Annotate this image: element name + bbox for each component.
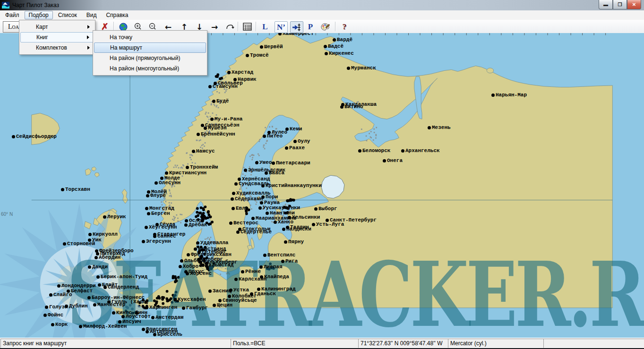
city-label: Усть-Луга — [312, 221, 344, 227]
minimize-button[interactable]: ▬ — [599, 0, 613, 9]
city-dot — [12, 135, 15, 138]
city-dot — [192, 150, 195, 153]
city-label: Данди — [88, 264, 108, 270]
palette-icon[interactable] — [319, 21, 332, 32]
city-label: Дублин — [65, 303, 88, 309]
city-label: Тромсё — [246, 52, 269, 58]
city-dot — [358, 149, 361, 153]
route-scale-icon[interactable] — [290, 21, 303, 33]
app-icon — [2, 2, 9, 9]
podbor-dropdown-menu: КартКнигКомплектов — [19, 20, 95, 55]
city-dot — [173, 298, 177, 301]
menubar-item-Вид[interactable]: Вид — [82, 11, 101, 19]
rotate-icon[interactable] — [223, 21, 236, 32]
latitude-label: 60° N — [1, 212, 13, 217]
status-panel-empty — [543, 339, 644, 348]
city-label: Вентспилс — [263, 252, 295, 258]
city-label: Гамбург — [182, 305, 208, 311]
help-icon[interactable]: ? — [338, 21, 351, 32]
city-label: Сторновей — [63, 241, 95, 247]
menubar-item-Список[interactable]: Список — [54, 11, 81, 19]
menu-item-На точку[interactable]: На точку — [94, 32, 206, 43]
city-dot — [260, 45, 263, 49]
city-label: Рённе — [241, 269, 261, 274]
toolbar-separator — [335, 22, 335, 31]
city-label: Кристийнанкаупунки — [261, 183, 322, 188]
city-label: Пори — [261, 194, 278, 200]
city-dot — [146, 194, 149, 197]
city-dot — [112, 311, 115, 315]
city-dot — [340, 105, 343, 109]
arrow-right-icon[interactable]: → — [208, 21, 221, 32]
close-button[interactable]: ✕ — [627, 0, 641, 9]
menu-item-На район (прямоугольный)[interactable]: На район (прямоугольный) — [94, 53, 206, 63]
maximize-button[interactable]: ❐ — [613, 0, 627, 9]
city-dot — [266, 212, 269, 215]
city-label: Вааса — [265, 170, 284, 176]
city-dot — [274, 221, 277, 224]
city-label: Намсус — [192, 148, 215, 154]
city-label: Корк — [51, 322, 68, 327]
city-dot — [145, 207, 148, 210]
chart-map[interactable]: 60° N SEATRACKER.RU ХаммерфестВардёШервё… — [0, 33, 644, 338]
menu-item-Комплектов[interactable]: Комплектов — [20, 43, 94, 53]
names-n-button[interactable]: N’ — [275, 21, 288, 33]
city-dot — [232, 192, 235, 195]
city-label: Дрёбак — [184, 222, 207, 228]
city-dot — [236, 230, 240, 234]
city-dot — [153, 235, 156, 238]
city-dot — [87, 296, 91, 299]
city-label: Сёдерхамн — [231, 196, 263, 202]
city-label: Мезень — [428, 125, 451, 130]
projection-p-button[interactable]: P — [304, 21, 317, 32]
status-bar: Запрос книг на маршрутПольз.=ВСЕ71°32'27… — [0, 338, 644, 349]
menubar-item-Файл[interactable]: Файл — [1, 11, 24, 19]
map-canvas — [0, 33, 644, 338]
city-dot — [333, 38, 336, 42]
city-label: Беломорск — [358, 148, 390, 153]
city-dot — [212, 100, 215, 103]
city-dot — [208, 289, 212, 293]
city-label: Онега — [383, 158, 403, 163]
grid-icon[interactable] — [241, 21, 253, 32]
city-dot — [208, 85, 212, 88]
city-dot — [238, 178, 241, 181]
kolguev-island — [487, 68, 493, 73]
city-dot — [259, 265, 263, 269]
menu-item-Карт[interactable]: Карт — [20, 22, 94, 32]
city-label: Пиетарсаари — [272, 160, 310, 166]
city-label: Голуэй — [45, 304, 68, 310]
city-dot — [218, 299, 222, 302]
city-dot — [93, 303, 96, 306]
city-label: Мурманск — [347, 65, 376, 71]
legend-l-button[interactable]: L — [259, 21, 271, 32]
city-dot — [227, 71, 231, 74]
city-label: Сандерленд — [103, 284, 139, 290]
city-label: Евле — [232, 205, 248, 211]
menubar-item-Справка[interactable]: Справка — [102, 11, 132, 19]
title-bar[interactable]: Чарт Пилот Заказ ▬ ❐ ✕ — [0, 0, 644, 10]
city-dot — [258, 206, 262, 210]
menu-item-На маршрут[interactable]: На маршрут — [94, 43, 206, 53]
city-label: Устка — [229, 287, 249, 293]
city-dot — [147, 212, 150, 215]
toolbar-separator — [113, 22, 114, 31]
menu-item-На район (многоугольный)[interactable]: На район (многоугольный) — [94, 63, 206, 74]
city-dot — [234, 182, 238, 186]
faroe-islands — [85, 167, 99, 177]
menubar-item-Подбор[interactable]: Подбор — [25, 11, 53, 19]
city-dot — [293, 140, 297, 143]
city-dot — [98, 283, 101, 287]
submenu-arrow-icon — [87, 25, 90, 29]
city-dot — [210, 118, 214, 121]
city-label: Берик-апон-Туид — [96, 274, 147, 280]
city-dot — [383, 159, 386, 162]
city-label: Сейдисфьордюр — [12, 134, 57, 139]
submenu-arrow-icon — [87, 35, 89, 39]
menu-item-Книг[interactable]: Книг — [20, 32, 94, 43]
knig-submenu: На точкуНа маршрутНа район (прямоугольны… — [93, 30, 207, 76]
city-label: Киркуолл — [88, 231, 118, 237]
city-dot — [186, 272, 189, 275]
city-dot — [263, 135, 266, 138]
city-dot — [284, 240, 287, 244]
